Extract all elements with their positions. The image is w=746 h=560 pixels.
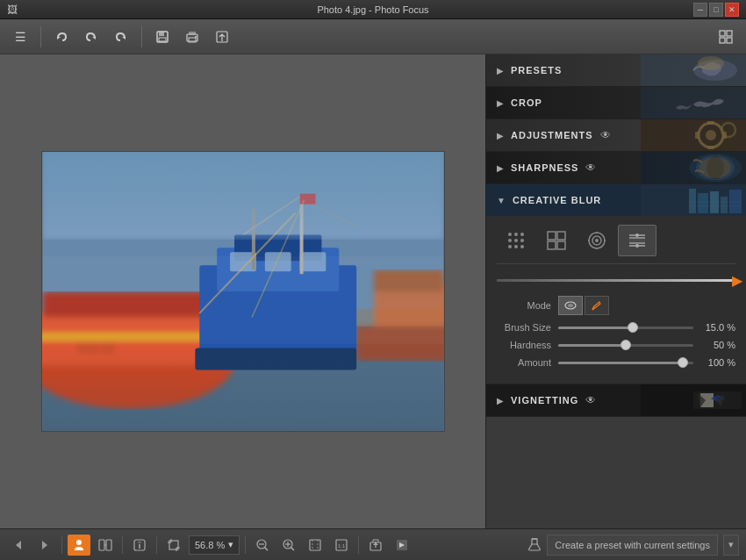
amount-track[interactable]: [558, 362, 693, 364]
brush-size-slider-area: 15.0 %: [558, 322, 735, 333]
svg-rect-39: [42, 256, 443, 343]
dropdown-arrow: ▾: [728, 539, 734, 550]
svg-rect-43: [641, 87, 746, 118]
create-preset-btn[interactable]: Create a preset with current settings: [547, 535, 718, 556]
presets-section: ▶ PRESETS: [486, 54, 746, 87]
svg-rect-48: [707, 121, 714, 125]
mode-row: Mode: [497, 296, 735, 315]
single-view-btn[interactable]: [68, 535, 90, 556]
next-step-btn[interactable]: [391, 535, 413, 556]
crop-header[interactable]: ▶ CROP: [486, 87, 746, 118]
svg-rect-8: [720, 31, 725, 36]
svg-rect-77: [557, 241, 565, 249]
svg-marker-103: [42, 541, 47, 549]
vignetting-section: ▶ VIGNETTING 👁: [486, 384, 746, 417]
adjustments-header[interactable]: ▶ ADJUSTMENTS 👁: [486, 119, 746, 151]
info-btn[interactable]: [128, 535, 151, 556]
amount-thumb[interactable]: [678, 357, 688, 368]
svg-rect-61: [721, 197, 728, 213]
amount-row: Amount 100 %: [497, 357, 735, 368]
svg-rect-1: [159, 32, 164, 36]
compare-btn[interactable]: [94, 535, 117, 556]
zoom-fit-btn[interactable]: [304, 535, 326, 556]
blur-header-content: ▼ CREATIVE BLUR: [497, 195, 601, 205]
create-preset-dropdown-btn[interactable]: ▾: [723, 535, 739, 556]
save-btn[interactable]: [149, 24, 176, 50]
zoom-actual-btn[interactable]: 1:1: [330, 535, 353, 556]
close-btn[interactable]: ✕: [725, 3, 739, 17]
amount-value: 100 %: [699, 357, 735, 368]
svg-point-80: [595, 239, 599, 242]
crop-header-content: ▶ CROP: [497, 97, 542, 108]
brush-size-row: Brush Size 15.0 %: [497, 322, 735, 333]
svg-rect-76: [548, 241, 556, 249]
main-area: 910·22: [0, 54, 746, 528]
blur-mode-radial-btn[interactable]: [577, 225, 616, 256]
grid-view-btn[interactable]: [713, 24, 739, 50]
creative-blur-section: ▼ CREATIVE BLUR: [486, 184, 746, 384]
maximize-btn[interactable]: □: [709, 3, 723, 17]
svg-point-56: [699, 157, 731, 178]
presets-header[interactable]: ▶ PRESETS: [486, 54, 746, 86]
vign-chevron: ▶: [497, 396, 504, 406]
save-out-btn[interactable]: [364, 535, 387, 556]
svg-rect-11: [727, 38, 732, 43]
amount-fill: [558, 362, 683, 364]
brush-size-track[interactable]: [558, 327, 693, 329]
blur-title: CREATIVE BLUR: [513, 195, 601, 205]
sharpness-section: ▶ SHARPNESS 👁: [486, 152, 746, 184]
hardness-track[interactable]: [558, 344, 693, 347]
window-controls: ─ □ ✕: [693, 3, 739, 17]
create-preset-label: Create a preset with current settings: [555, 540, 710, 550]
creative-blur-header[interactable]: ▼ CREATIVE BLUR: [486, 184, 746, 216]
right-panel: ▶ PRESETS ▶ CROP: [485, 54, 746, 528]
svg-point-70: [520, 239, 524, 242]
next-image-btn[interactable]: [33, 535, 56, 556]
redo-btn[interactable]: [108, 24, 134, 50]
svg-point-42: [698, 56, 724, 70]
mode-paint-btn[interactable]: [585, 296, 609, 315]
adj-eye-icon[interactable]: 👁: [600, 129, 611, 141]
toolbar-sep-2: [141, 26, 142, 47]
undo2-btn[interactable]: [78, 24, 104, 50]
blur-mode-scattered-btn[interactable]: [497, 225, 535, 256]
svg-point-92: [635, 244, 639, 248]
vignetting-header[interactable]: ▶ VIGNETTING 👁: [486, 384, 746, 416]
presets-title: PRESETS: [511, 65, 562, 75]
crop-chevron: ▶: [497, 98, 504, 108]
zoom-in-btn[interactable]: [277, 535, 300, 556]
zoom-out-btn[interactable]: [251, 535, 274, 556]
svg-point-94: [568, 304, 573, 307]
minimize-btn[interactable]: ─: [693, 3, 707, 17]
hardness-slider-area: 50 %: [558, 340, 735, 350]
crop-btn[interactable]: [162, 535, 185, 556]
vign-eye-icon[interactable]: 👁: [585, 394, 596, 406]
status-sep-5: [358, 536, 359, 554]
svg-rect-2: [159, 38, 166, 41]
export-btn[interactable]: [209, 24, 235, 50]
zoom-display[interactable]: 56.8 % ▾: [189, 535, 240, 555]
gradient-bar[interactable]: ▶: [497, 273, 735, 287]
hardness-thumb[interactable]: [620, 340, 631, 350]
menu-btn[interactable]: ☰: [7, 24, 33, 50]
canvas-area[interactable]: 910·22: [0, 54, 485, 528]
amount-slider-area: 100 %: [558, 357, 735, 368]
undo-btn[interactable]: [48, 24, 75, 50]
svg-rect-75: [557, 232, 565, 240]
mode-erase-btn[interactable]: [558, 296, 583, 315]
print-btn[interactable]: [179, 24, 205, 50]
photo-canvas[interactable]: 910·22: [41, 151, 445, 432]
vign-title: VIGNETTING: [511, 395, 578, 406]
brush-size-thumb[interactable]: [628, 322, 638, 333]
svg-point-91: [635, 233, 639, 237]
blur-mode-tiltshift-btn[interactable]: [618, 225, 656, 256]
svg-point-65: [508, 233, 512, 236]
sharp-eye-icon[interactable]: 👁: [585, 162, 596, 174]
svg-rect-50: [695, 132, 699, 139]
blur-mode-grid-btn[interactable]: [537, 225, 576, 256]
zoom-value: 56.8 %: [195, 540, 225, 550]
svg-rect-62: [729, 190, 742, 213]
prev-image-btn[interactable]: [7, 535, 30, 556]
svg-rect-10: [720, 38, 725, 43]
sharpness-header[interactable]: ▶ SHARPNESS 👁: [486, 152, 746, 183]
